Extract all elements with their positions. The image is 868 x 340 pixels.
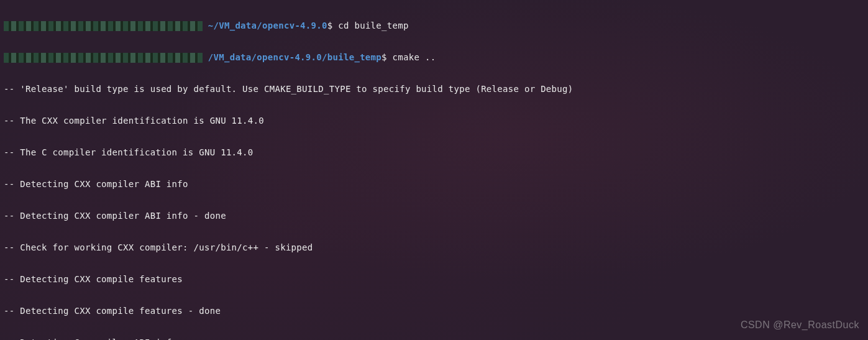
output-line: -- Detecting CXX compile features: [4, 272, 864, 287]
prompt-dollar-1: $: [327, 21, 333, 30]
output-line: -- Detecting CXX compiler ABI info - don…: [4, 208, 864, 224]
output-line: -- The CXX compiler identification is GN…: [4, 113, 864, 129]
redacted-user-host: [4, 21, 203, 31]
prompt-dollar-2: $: [381, 52, 387, 62]
prompt-line-2: /VM_data/opencv-4.9.0/buile_temp$ cmake …: [4, 50, 864, 65]
command-1: cd buile_temp: [338, 21, 408, 30]
prompt-path-2: /VM_data/opencv-4.9.0/buile_temp: [208, 52, 381, 62]
output-line: -- Detecting CXX compiler ABI info: [4, 177, 864, 192]
output-line: -- Detecting C compiler ABI info: [4, 335, 864, 340]
prompt-path-1: ~/VM_data/opencv-4.9.0: [208, 21, 327, 30]
watermark-text: CSDN @Rev_RoastDuck: [741, 316, 859, 334]
output-line: -- 'Release' build type is used by defau…: [4, 81, 864, 97]
redacted-user-host-2: [4, 53, 203, 63]
output-line: -- Check for working CXX compiler: /usr/…: [4, 240, 864, 255]
command-2: cmake ..: [393, 52, 436, 62]
output-line: -- Detecting CXX compile features - done: [4, 303, 864, 319]
prompt-line-1: ~/VM_data/opencv-4.9.0$ cd buile_temp: [4, 18, 864, 34]
terminal-output[interactable]: ~/VM_data/opencv-4.9.0$ cd buile_temp /V…: [4, 2, 864, 340]
output-line: -- The C compiler identification is GNU …: [4, 145, 864, 160]
